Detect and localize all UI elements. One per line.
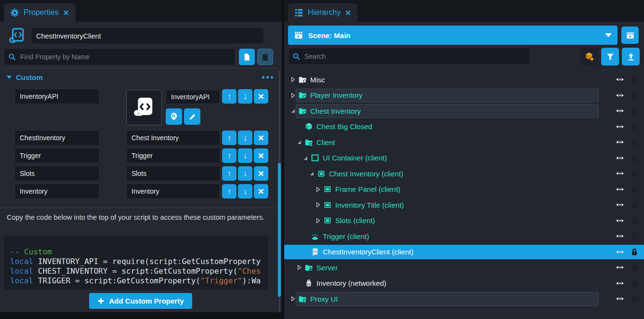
property-name-input[interactable] <box>14 184 100 199</box>
close-icon[interactable]: ✕ <box>63 9 69 16</box>
move-down-button[interactable]: ↓ <box>238 166 252 181</box>
lock-icon[interactable] <box>631 170 638 177</box>
templates-button[interactable] <box>580 48 598 66</box>
lock-icon[interactable] <box>631 295 638 303</box>
lock-icon[interactable] <box>631 217 638 225</box>
move-down-button[interactable]: ↓ <box>238 148 252 163</box>
tree-row[interactable]: Inventory Title (client) <box>284 197 644 213</box>
move-up-button[interactable]: ↑ <box>222 148 237 163</box>
move-up-button[interactable]: ↑ <box>222 166 237 181</box>
tab-properties[interactable]: Properties ✕ <box>4 3 76 22</box>
eye-icon[interactable] <box>615 139 625 146</box>
tree-row[interactable]: Chest Big Closed <box>284 119 644 135</box>
property-value-input[interactable]: Trigger <box>126 148 220 163</box>
lock-icon[interactable] <box>631 76 638 83</box>
asset-thumbnail[interactable] <box>126 90 162 125</box>
lock-icon[interactable] <box>631 138 638 146</box>
scene-dropdown[interactable]: Scene: Main <box>288 26 618 45</box>
tree-row[interactable]: Frame Panel (client) <box>284 182 644 198</box>
move-up-button[interactable]: ↑ <box>222 184 237 199</box>
eye-icon[interactable] <box>615 201 625 208</box>
collapse-triangle-icon[interactable] <box>302 154 309 162</box>
tree-row[interactable]: ChestInventoryClient (client) <box>284 244 644 260</box>
expand-triangle-icon[interactable] <box>289 76 297 83</box>
property-name-input[interactable] <box>14 130 100 146</box>
property-name-input[interactable] <box>14 89 100 104</box>
tree-row[interactable]: Trigger (client) <box>284 228 644 244</box>
move-up-button[interactable]: ↑ <box>222 131 237 145</box>
property-value-input[interactable]: Inventory <box>126 184 220 199</box>
move-up-button[interactable]: ↑ <box>222 89 237 104</box>
expand-triangle-icon[interactable] <box>289 295 297 303</box>
property-search-input[interactable] <box>19 53 231 61</box>
section-menu-icon[interactable] <box>261 74 274 80</box>
eye-icon[interactable] <box>615 170 625 177</box>
expand-triangle-icon[interactable] <box>314 217 322 225</box>
eye-icon[interactable] <box>615 76 625 83</box>
delete-property-button[interactable]: × <box>254 89 268 104</box>
collapse-triangle-icon[interactable] <box>7 76 12 79</box>
publish-upload-button[interactable] <box>622 48 640 66</box>
tree-row[interactable]: Server <box>284 260 644 276</box>
expand-triangle-icon[interactable] <box>314 201 322 209</box>
property-name-input[interactable] <box>14 148 100 163</box>
lock-icon[interactable] <box>631 154 638 162</box>
code-snippet[interactable]: -- Customlocal INVENTORY_API = require(s… <box>4 236 268 290</box>
delete-property-button[interactable]: × <box>254 148 268 163</box>
eye-icon[interactable] <box>615 217 625 224</box>
tree-row[interactable]: Inventory (networked) <box>284 276 644 292</box>
lock-icon[interactable] <box>631 232 638 240</box>
script-name-input[interactable] <box>31 27 264 44</box>
hierarchy-search-input[interactable] <box>303 52 526 61</box>
move-down-button[interactable]: ↓ <box>238 89 252 104</box>
tab-hierarchy[interactable]: Hierarchy ✕ <box>288 3 357 22</box>
tree-row[interactable]: UI Container (client) <box>284 150 644 166</box>
delete-property-button[interactable]: × <box>254 131 268 145</box>
eye-icon[interactable] <box>615 280 625 287</box>
delete-property-button[interactable]: × <box>254 166 268 181</box>
scene-manager-button[interactable] <box>621 27 639 44</box>
move-down-button[interactable]: ↓ <box>238 131 252 145</box>
collapse-triangle-icon[interactable] <box>295 138 303 146</box>
find-in-project-button[interactable] <box>166 108 182 125</box>
copy-properties-button[interactable] <box>239 49 255 65</box>
eye-icon[interactable] <box>615 107 625 114</box>
eye-icon[interactable] <box>615 249 625 255</box>
property-value-input[interactable]: Chest Inventory <box>126 130 220 146</box>
tree-row[interactable]: Chest Inventory <box>284 103 644 119</box>
eye-icon[interactable] <box>615 264 625 271</box>
lock-icon[interactable] <box>631 279 638 287</box>
collapse-triangle-icon[interactable] <box>289 107 297 115</box>
close-icon[interactable]: ✕ <box>345 9 351 16</box>
collapse-triangle-icon[interactable] <box>308 170 315 177</box>
lock-icon[interactable] <box>631 264 638 271</box>
eye-icon[interactable] <box>615 186 625 193</box>
scrollbar-thumb[interactable] <box>278 163 281 297</box>
asset-reference-value[interactable]: InventoryAPI <box>166 90 220 104</box>
property-value-input[interactable]: Slots <box>126 166 220 181</box>
eye-icon[interactable] <box>615 92 625 99</box>
lock-icon[interactable] <box>631 248 638 256</box>
tree-row[interactable]: Proxy UI <box>284 291 644 307</box>
lock-icon[interactable] <box>631 92 638 99</box>
tree-row[interactable]: Slots (client) <box>284 213 644 229</box>
add-custom-property-button[interactable]: Add Custom Property <box>89 293 192 309</box>
eye-icon[interactable] <box>615 123 625 130</box>
tree-row[interactable]: Player Inventory <box>284 88 644 104</box>
eye-icon[interactable] <box>615 295 625 302</box>
lock-icon[interactable] <box>631 123 638 131</box>
tree-row[interactable]: Chest Inventory (client) <box>284 166 644 182</box>
property-name-input[interactable] <box>14 166 100 181</box>
tree-row[interactable]: Misc <box>284 72 644 88</box>
paste-properties-button[interactable] <box>257 49 273 65</box>
move-down-button[interactable]: ↓ <box>238 184 252 199</box>
lock-icon[interactable] <box>631 186 638 193</box>
filter-button[interactable] <box>601 48 619 66</box>
eye-icon[interactable] <box>615 155 625 161</box>
eye-icon[interactable] <box>615 233 625 239</box>
edit-script-button[interactable] <box>184 108 200 125</box>
lock-icon[interactable] <box>631 201 638 209</box>
expand-triangle-icon[interactable] <box>295 264 303 271</box>
expand-triangle-icon[interactable] <box>314 186 322 193</box>
expand-triangle-icon[interactable] <box>289 92 297 99</box>
